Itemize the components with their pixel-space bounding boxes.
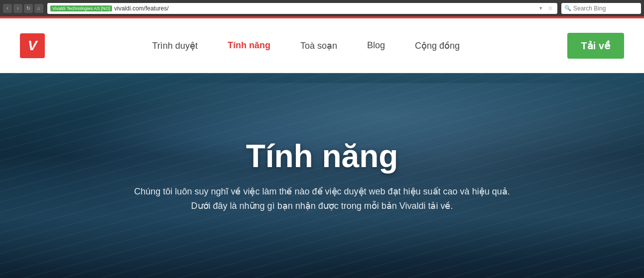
nav-item-toa-soan[interactable]: Toà soạn [300,40,337,51]
nav-item-trinh-duyet[interactable]: Trình duyệt [152,40,198,51]
hero-subtitle-line2: Dưới đây là những gì bạn nhận được trong… [134,199,510,213]
secure-badge: Vivaldi Technologies AS [NO] [50,5,112,11]
site-logo[interactable]: V [20,33,45,58]
nav-item-tinh-nang[interactable]: Tính năng [228,40,270,51]
reload-button[interactable]: ↻ [24,4,33,13]
search-input[interactable] [573,5,633,12]
forward-button[interactable]: › [13,4,22,13]
browser-chrome: ‹ › ↻ ⌂ Vivaldi Technologies AS [NO] viv… [0,0,644,16]
site-nav: Trình duyệt Tính năng Toà soạn Blog Cộng… [45,40,567,51]
download-button[interactable]: Tải về [567,33,624,59]
dropdown-button[interactable]: ▾ [537,4,545,12]
address-text: vivaldi.com/features/ [114,5,535,12]
address-bar-actions: ▾ ☆ [537,4,554,12]
hero-content: Tính năng Chúng tôi luôn suy nghĩ về việ… [134,138,510,213]
hero-subtitle-line1: Chúng tôi luôn suy nghĩ về việc làm thế … [134,185,510,199]
nav-item-cong-dong[interactable]: Cộng đồng [415,40,460,51]
site-header: V Trình duyệt Tính năng Toà soạn Blog Cộ… [0,18,644,73]
search-bar[interactable]: 🔍 [561,3,641,14]
back-button[interactable]: ‹ [3,4,12,13]
hero-section: Tính năng Chúng tôi luôn suy nghĩ về việ… [0,73,644,278]
home-button[interactable]: ⌂ [34,4,43,13]
address-bar[interactable]: Vivaldi Technologies AS [NO] vivaldi.com… [47,3,557,14]
logo-letter: V [28,38,37,54]
browser-controls: ‹ › ↻ ⌂ [3,4,43,13]
search-icon: 🔍 [564,5,571,11]
hero-title: Tính năng [134,138,510,175]
nav-item-blog[interactable]: Blog [367,40,385,51]
bookmark-button[interactable]: ☆ [546,4,554,12]
